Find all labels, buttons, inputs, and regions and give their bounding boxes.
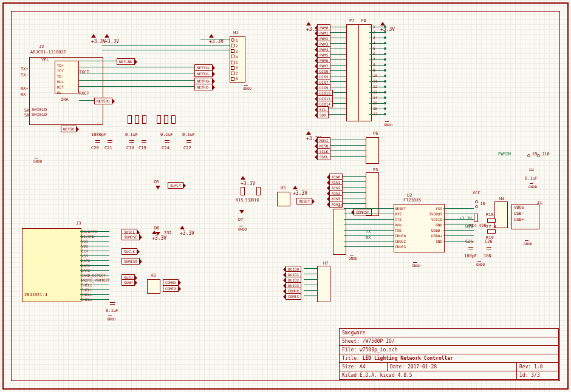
val-C24: 0.1uF xyxy=(160,132,173,137)
vbus: VBUS xyxy=(514,205,524,210)
nl-reset: RESET xyxy=(296,198,312,204)
cap-C20 xyxy=(95,138,101,144)
txct: TXCT xyxy=(79,70,89,75)
jumper-J8a xyxy=(475,200,478,203)
tb-sheet: Sheet: /W7500P IO/ xyxy=(340,337,558,345)
tb-id: Id: 3/3 xyxy=(517,371,558,379)
gnd-p8: GNDD xyxy=(384,121,390,127)
res-R16 xyxy=(256,187,261,195)
val-C22: 0.1uF xyxy=(182,132,195,137)
gnd-j1: GNDD xyxy=(524,240,530,246)
val-C18: 0.1uF xyxy=(125,132,138,137)
rct: RCT xyxy=(57,85,64,89)
jumper-J10 xyxy=(537,154,540,157)
w-nettxp xyxy=(79,67,200,67)
led-D7 xyxy=(239,210,244,214)
ref-J10: J10 xyxy=(542,152,550,157)
sd-card-body xyxy=(22,228,81,302)
vcc-label: VCC xyxy=(473,191,480,195)
tag-pwrin: PWRIN xyxy=(498,152,511,157)
ref-J3: J3 xyxy=(76,221,81,226)
tag-rx: RX xyxy=(366,235,371,240)
header-H6 xyxy=(333,209,346,255)
gnd-h1: GNDD xyxy=(243,85,249,90)
cap-C22 xyxy=(186,138,192,144)
pin-sh1: SH xyxy=(24,108,29,113)
header-H5 xyxy=(277,192,290,206)
ref-J2: J2 xyxy=(39,44,44,49)
pwr-h5: +3.3V xyxy=(293,186,298,196)
tag-tx: TX xyxy=(366,229,371,234)
gnd-u2: GNDD xyxy=(412,262,418,268)
part-J2: ARJC01-111002T xyxy=(30,50,66,55)
tb-file: File: w7500p_io.sch xyxy=(340,346,558,354)
nl-suply: SUPLY xyxy=(168,182,183,189)
part-J3: 2041021-4 xyxy=(24,292,47,297)
nl-netspd: NETSPD xyxy=(94,98,112,104)
netlabel-SDMOSI: SDMOSI xyxy=(121,234,140,240)
usb+: USB+ xyxy=(514,217,524,222)
tb-title: Title: LED Lighting Network Controller xyxy=(340,354,558,362)
tb-tool: KiCad E.D.A. kicad 4.0.5 xyxy=(340,371,517,379)
ref-P5: P5 xyxy=(373,167,378,172)
schematic-canvas: J2 ARJC01-111002T YEL ORA TXCT RXCT TX+ … xyxy=(0,0,571,392)
pin-txn: TX- xyxy=(21,73,29,78)
header-H1: 12 34 56 78 xyxy=(230,36,245,83)
jumper-J9 xyxy=(527,154,530,157)
td-: TD- xyxy=(57,74,64,78)
part-U2: FT230XS xyxy=(403,198,422,203)
cap-C21 xyxy=(107,138,113,144)
sig-yel: YEL xyxy=(41,58,49,63)
nl-netsh: NETSH xyxy=(61,126,77,132)
rxct: RXCT xyxy=(79,91,89,96)
pwr-p6: +3.3V xyxy=(306,131,311,141)
tb-size: Size: A4 xyxy=(340,363,388,371)
usb-: USB- xyxy=(514,211,524,216)
tb-rev: Rev: 1.0 xyxy=(517,363,558,371)
header-P6 xyxy=(366,137,379,164)
pwr-led: +3.3V xyxy=(180,226,185,236)
ref-P6: P6 xyxy=(373,131,378,136)
netlabel-SSEL: SSEL xyxy=(317,154,330,160)
nl-nettxn: NETTX- xyxy=(194,70,213,77)
val-C23: 0.1uF xyxy=(106,308,118,313)
tct: TCT xyxy=(57,69,64,73)
pwr-reset: +3.3V xyxy=(241,176,245,186)
ref-H7: H7 xyxy=(323,261,328,266)
nl-netrxn: NETRX- xyxy=(194,84,213,90)
shield1: SHIELD xyxy=(32,107,47,112)
val-C26: 18N xyxy=(484,254,491,259)
cap-C24 xyxy=(164,138,170,144)
val-C20: 1000pF xyxy=(91,132,106,137)
pin-rxp: RX+ xyxy=(21,86,29,91)
cap-C23 xyxy=(109,300,115,306)
tag-usb: USB xyxy=(465,225,473,229)
header-P7 xyxy=(346,24,360,121)
header-P8 xyxy=(358,24,372,121)
cap-C25 xyxy=(468,245,474,251)
header-H4 xyxy=(494,201,508,228)
pwr-33v-eth2: +3.3V xyxy=(104,34,109,44)
tb-company: Smegware xyxy=(340,329,558,337)
pwr-33v-p7: +3.3V xyxy=(306,22,311,32)
33v-u2: +3.3V xyxy=(459,216,472,221)
res-R19 xyxy=(487,229,496,234)
gnd-reset: GNDD xyxy=(238,226,244,231)
pin-sh2: SH xyxy=(24,113,29,118)
rd-: RD- xyxy=(57,90,64,95)
led-D6 xyxy=(156,232,160,235)
ref-H3: H3 xyxy=(151,273,156,278)
ref-H6: H6 xyxy=(338,204,343,209)
nl-netlnk: NETLNK xyxy=(117,58,135,65)
cap-C18 xyxy=(129,138,135,144)
led-D5 xyxy=(156,186,160,189)
sig-ora: ORA xyxy=(61,97,69,102)
cap-C26 xyxy=(486,245,492,251)
gnd-h6: GNDD xyxy=(349,255,355,260)
netlabel-SDMISO: SDMISO xyxy=(121,258,140,265)
val-R14: 430 xyxy=(479,223,487,228)
res-r1 xyxy=(128,115,132,124)
tb-date: Date: 2017-01-28 xyxy=(388,363,517,371)
val-R18: 27.4 xyxy=(486,225,496,229)
td+: TD+ xyxy=(57,63,64,67)
